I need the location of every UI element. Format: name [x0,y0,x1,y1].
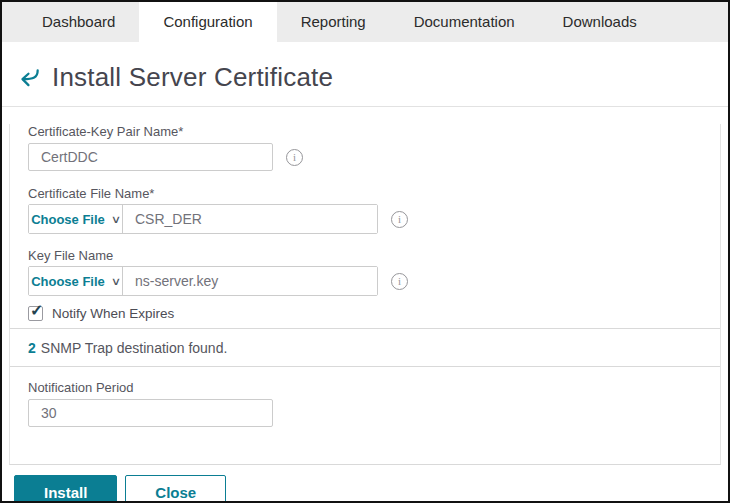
chevron-down-icon: ∨ [111,213,121,226]
key-file-choose-button[interactable]: Choose File ∨ [29,267,123,295]
form-actions: Install Close [2,465,728,503]
cert-key-pair-label: Certificate-Key Pair Name* [28,124,702,139]
info-icon[interactable]: i [286,149,303,166]
cert-key-pair-input[interactable] [28,143,273,171]
cert-file-label: Certificate File Name* [28,186,702,201]
install-certificate-form: Certificate-Key Pair Name* i Certificate… [9,124,721,465]
key-file-name-input[interactable] [123,267,377,295]
page-header: Install Server Certificate [2,42,728,107]
notify-when-expires-row: ✓ Notify When Expires [28,306,702,321]
choose-file-label: Choose File [31,274,105,289]
top-tab-bar: Dashboard Configuration Reporting Docume… [2,2,728,42]
page-title: Install Server Certificate [52,62,333,93]
app-window: Dashboard Configuration Reporting Docume… [0,0,730,503]
cert-file-name-input[interactable] [123,205,377,233]
choose-file-label: Choose File [31,212,105,227]
notify-when-expires-label: Notify When Expires [52,306,174,321]
close-button[interactable]: Close [125,475,226,503]
tab-downloads[interactable]: Downloads [539,2,661,42]
key-file-label: Key File Name [28,248,702,263]
info-icon[interactable]: i [391,211,408,228]
tab-documentation[interactable]: Documentation [390,2,539,42]
notification-period-input[interactable] [28,399,273,427]
snmp-trap-count: 2 [28,340,36,356]
tab-reporting[interactable]: Reporting [277,2,390,42]
tab-dashboard[interactable]: Dashboard [18,2,139,42]
key-file-control: Choose File ∨ [28,266,378,296]
cert-file-control: Choose File ∨ [28,204,378,234]
back-arrow-icon[interactable] [16,64,42,90]
divider [10,366,720,367]
tab-configuration[interactable]: Configuration [139,2,276,42]
chevron-down-icon: ∨ [111,275,121,288]
install-button[interactable]: Install [14,475,117,503]
notify-when-expires-checkbox[interactable]: ✓ [28,306,43,321]
checkmark-icon: ✓ [30,301,43,320]
snmp-trap-notice: 2SNMP Trap destination found. [28,329,702,366]
cert-file-choose-button[interactable]: Choose File ∨ [29,205,123,233]
info-icon[interactable]: i [391,273,408,290]
notification-period-label: Notification Period [28,380,702,395]
snmp-trap-text: SNMP Trap destination found. [41,340,228,356]
